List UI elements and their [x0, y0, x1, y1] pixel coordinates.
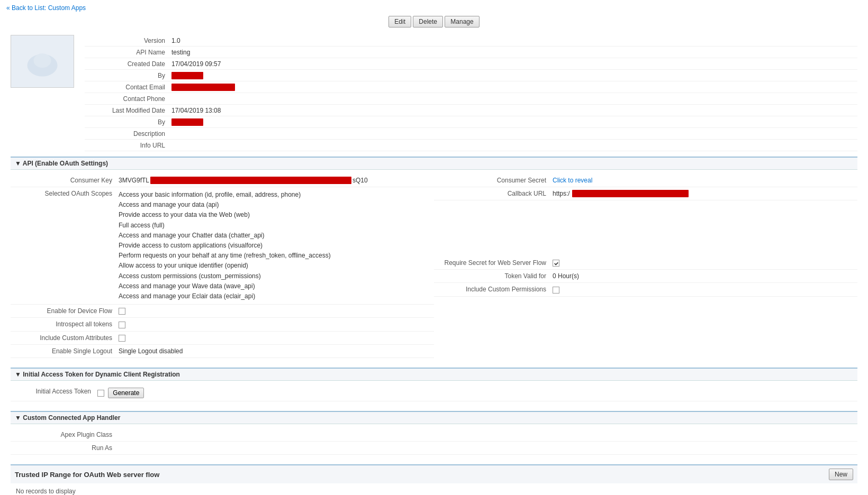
scope-item: Allow access to your unique identifier (… [119, 261, 432, 271]
device-flow-value [116, 306, 434, 316]
iat-value: Generate [95, 386, 857, 400]
api-name-value: testing [169, 47, 857, 58]
apex-plugin-label: Apex Plugin Class [11, 429, 116, 440]
iat-section-header[interactable]: ▼ Initial Access Token for Dynamic Clien… [11, 368, 857, 381]
generate-button[interactable]: Generate [108, 388, 144, 398]
by-label-1: By [85, 70, 169, 81]
oauth-section-title: ▼ API (Enable OAuth Settings) [15, 160, 108, 167]
include-custom-perms-label: Include Custom Permissions [434, 284, 550, 295]
redacted-email [171, 84, 235, 91]
toolbar: Edit Delete Manage [11, 16, 857, 28]
token-valid-value: 0 Hour(s) [550, 271, 857, 281]
created-date-value: 17/04/2019 09:57 [169, 59, 857, 69]
last-modified-label: Last Modified Date [85, 105, 169, 116]
by-value-2 [169, 116, 857, 127]
consumer-secret-value: Click to reveal [550, 175, 857, 186]
scope-item: Access and manage your Chatter data (cha… [119, 231, 432, 241]
introspect-value [116, 319, 434, 329]
apex-plugin-value [116, 429, 857, 433]
include-custom-attrs-checkbox[interactable] [119, 335, 125, 342]
consumer-secret-label: Consumer Secret [434, 175, 550, 186]
by-value-1 [169, 70, 857, 81]
callback-url-value: https:/ [550, 188, 857, 199]
handler-section-title: ▼ Custom Connected App Handler [15, 414, 120, 421]
scope-item: Access your basic information (id, profi… [119, 190, 432, 200]
oauth-section-body: Consumer Key 3MVG9fTL sQ10 Selected OAut… [11, 170, 857, 362]
scopes-list: Access your basic information (id, profi… [116, 188, 434, 303]
include-custom-perms-checkbox[interactable] [553, 287, 559, 294]
delete-button[interactable]: Delete [413, 16, 443, 28]
introspect-checkbox[interactable] [119, 322, 125, 328]
redacted-callback-url [572, 190, 689, 197]
version-value: 1.0 [169, 35, 857, 46]
iat-section-body: Initial Access Token Generate [11, 381, 857, 406]
require-secret-value [550, 258, 857, 268]
scope-item: Access and manage your data (api) [119, 200, 432, 210]
include-custom-attrs-value [116, 333, 434, 343]
handler-section-header[interactable]: ▼ Custom Connected App Handler [11, 411, 857, 424]
run-as-value [116, 443, 857, 446]
consumer-key-prefix: 3MVG9fTL [119, 177, 149, 184]
created-date-label: Created Date [85, 59, 169, 69]
single-logout-label: Enable Single Logout [11, 346, 116, 356]
version-label: Version [85, 35, 169, 46]
single-logout-value: Single Logout disabled [116, 346, 434, 356]
iat-label: Initial Access Token [11, 386, 95, 397]
scope-item: Full access (full) [119, 221, 432, 231]
edit-button[interactable]: Edit [388, 16, 411, 28]
trusted-ip-section: Trusted IP Range for OAuth Web server fl… [11, 464, 857, 495]
scope-item: Provide access to custom applications (v… [119, 241, 432, 251]
redacted-by-2 [171, 118, 203, 126]
reveal-link[interactable]: Click to reveal [553, 177, 592, 184]
scope-item: Provide access to your data via the Web … [119, 210, 432, 220]
introspect-label: Introspect all tokens [11, 319, 116, 329]
redacted-by-1 [171, 72, 203, 79]
info-url-label: Info URL [85, 140, 169, 151]
run-as-label: Run As [11, 443, 116, 453]
token-valid-label: Token Valid for [434, 271, 550, 281]
trusted-ip-no-records: No records to display [11, 483, 857, 495]
info-url-value [169, 144, 857, 147]
svg-point-3 [34, 53, 51, 68]
scope-item: Access custom permissions (custom_permis… [119, 271, 432, 281]
contact-email-label: Contact Email [85, 82, 169, 93]
manage-button[interactable]: Manage [445, 16, 479, 28]
app-logo [11, 35, 74, 88]
oauth-section-header[interactable]: ▼ API (Enable OAuth Settings) [11, 157, 857, 170]
device-flow-checkbox[interactable] [119, 308, 125, 315]
last-modified-value: 17/04/2019 13:08 [169, 105, 857, 116]
by-label-2: By [85, 117, 169, 127]
require-secret-label: Require Secret for Web Server Flow [434, 258, 550, 268]
description-label: Description [85, 129, 169, 139]
require-secret-checkbox[interactable] [553, 260, 559, 267]
trusted-ip-new-button[interactable]: New [829, 469, 853, 480]
consumer-key-label: Consumer Key [11, 175, 116, 186]
device-flow-label: Enable for Device Flow [11, 306, 116, 316]
redacted-consumer-key [150, 177, 351, 184]
consumer-key-value: 3MVG9fTL sQ10 [116, 175, 434, 186]
contact-phone-label: Contact Phone [85, 94, 169, 104]
trusted-ip-title: Trusted IP Range for OAuth Web server fl… [15, 471, 159, 479]
callback-url-label: Callback URL [434, 188, 550, 199]
api-name-label: API Name [85, 47, 169, 58]
consumer-key-suffix: sQ10 [352, 177, 368, 184]
iat-section-title: ▼ Initial Access Token for Dynamic Clien… [15, 371, 180, 378]
app-header: Version 1.0 API Name testing Created Dat… [11, 35, 857, 151]
contact-email-value [169, 81, 857, 93]
app-detail-table: Version 1.0 API Name testing Created Dat… [85, 35, 857, 151]
callback-url-prefix: https:/ [553, 190, 570, 197]
scope-item: Perform requests on your behalf at any t… [119, 251, 432, 261]
description-value [169, 132, 857, 135]
include-custom-perms-value [550, 284, 857, 295]
selected-scopes-label: Selected OAuth Scopes [11, 188, 116, 199]
scope-item: Access and manage your Wave data (wave_a… [119, 281, 432, 291]
iat-checkbox[interactable] [97, 390, 104, 397]
handler-section-body: Apex Plugin Class Run As [11, 424, 857, 459]
include-custom-attrs-label: Include Custom Attributes [11, 333, 116, 343]
back-link[interactable]: « Back to List: Custom Apps [6, 4, 86, 12]
scope-item: Access and manage your Eclair data (ecla… [119, 291, 432, 301]
contact-phone-value [169, 97, 857, 100]
